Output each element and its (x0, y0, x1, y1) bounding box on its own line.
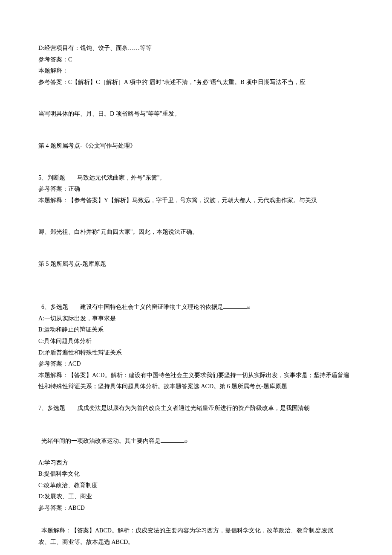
q6-answer: 参考答案：ACD (38, 358, 354, 370)
spacer (38, 238, 354, 259)
q3-explain-line1: 参考答案：C【解析】C［解析］A 项中的"届时"表述不清，"务必"语气太重。B … (38, 77, 354, 88)
q6-stem: 6、多选题 建设有中国特色社会主义的辩证唯物主义理论的依据是a (38, 291, 354, 313)
q7-stem-line2-suffix: o (184, 438, 187, 444)
q7-option-a: A:学习西方 (38, 457, 354, 469)
spacer (38, 270, 354, 291)
q3-explain-line2: 当写明具体的年、月、日。D 项省略号与"等等"重发。 (38, 108, 354, 120)
q7-explain-line1: 本题解释：【答案】ABCD。解析：戊戌变法的主要内容为学习西方，提倡科学文化，改… (38, 514, 354, 537)
q6-option-a: A:一切从实际出发，事事求是 (38, 313, 354, 325)
q5-stem: 5、判断题 马致远元代戏曲家，外号"东篱"。 (38, 172, 354, 184)
q6-option-b: B:运动和静止的辩证关系 (38, 324, 354, 336)
q7-explain-line1-b: 度 (314, 527, 320, 534)
q7-stem-line2-prefix: 光绪年间的一项政治改革运动。其主要内容是 (41, 438, 161, 444)
blank-underline (161, 437, 184, 443)
q3-explain-label: 本题解释： (38, 65, 354, 77)
blank-underline (223, 303, 247, 309)
q3-answer: 参考答案：C (38, 54, 354, 66)
q7-explain-line1-c: ,发展 (320, 527, 334, 534)
q5-explain-line1: 本题解释：【参考答案】Y【解析】马致远，字千里，号东篱，汉族，元朝大都人，元代戏… (38, 195, 354, 206)
q6-explain: 本题解释：【答案】ACD。解析：建设有中国特色社会主义要求我们要坚持一切从实际出… (38, 370, 354, 392)
q7-answer: 参考答案：ABCD (38, 503, 354, 514)
q5-answer: 参考答案：正确 (38, 183, 354, 195)
spacer (38, 414, 354, 424)
q6-option-c: C:具体问题具体分析 (38, 336, 354, 347)
spacer (38, 392, 354, 403)
spacer (38, 152, 354, 172)
spacer (38, 447, 354, 457)
q5-explain-line2: 卿、郑光祖、白朴并称"元曲四大家"。因此，本题说法正确。 (38, 227, 354, 238)
spacer (38, 120, 354, 140)
q3-option-d: D:经营项目有：馄饨、饺子、面条……等等 (38, 43, 354, 54)
q6-stem-prefix: 6、多选题 建设有中国特色社会主义的辩证唯物主义理论的依据是 (41, 304, 223, 310)
q6-stem-suffix: a (247, 304, 250, 310)
q7-explain-line1-a: 本题解释：【答案】ABCD。解析：戊戌变法的主要内容为学习西方，提倡科学文化，改… (41, 527, 314, 534)
q7-option-d: D:发展农、工、商业 (38, 491, 354, 503)
q7-option-b: B:提倡科学文化 (38, 468, 354, 480)
spacer (38, 88, 354, 108)
q4-topic: 第 4 题所属考点-《公文写作与处理》 (38, 140, 354, 152)
q7-stem-line1: 7、多选题 戊戌变法是以康有为为首的改良主义者通过光绪皇帝所进行的资产阶级改革，… (38, 403, 354, 414)
q7-option-c: C:改革政治、教育制度 (38, 480, 354, 491)
q7-explain-line2: 农、工、商业等。故本题选 ABCD。 (38, 537, 354, 548)
q5-topic: 第 5 题所屈考点-题库原题 (38, 259, 354, 270)
spacer (38, 206, 354, 227)
q7-stem-line2: 光绪年间的一项政治改革运动。其主要内容是o (38, 424, 354, 447)
q6-option-d: D:矛盾普遍性和特殊性辩证关系 (38, 347, 354, 359)
